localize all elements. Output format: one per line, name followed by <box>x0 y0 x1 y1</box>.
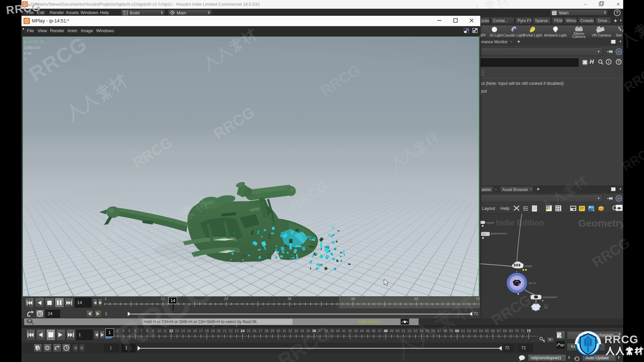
svg-text:61: 61 <box>461 329 465 333</box>
svg-text:39: 39 <box>330 329 334 333</box>
svg-text:65: 65 <box>485 329 489 333</box>
svg-text:48: 48 <box>351 297 355 301</box>
svg-text:20: 20 <box>217 329 221 333</box>
svg-text:49: 49 <box>390 329 394 333</box>
svg-text:52: 52 <box>408 329 412 333</box>
svg-text:37: 37 <box>318 329 322 333</box>
svg-text:29: 29 <box>270 329 274 333</box>
svg-text:47: 47 <box>378 329 382 333</box>
svg-text:71: 71 <box>521 329 525 333</box>
svg-text:53: 53 <box>414 329 418 333</box>
svg-text:41: 41 <box>342 329 346 333</box>
svg-text:57: 57 <box>437 329 441 333</box>
svg-text:24: 24 <box>224 297 228 301</box>
svg-text:10: 10 <box>157 329 161 333</box>
svg-text:44: 44 <box>360 329 364 333</box>
svg-text:63: 63 <box>473 329 477 333</box>
svg-text:14: 14 <box>181 329 185 333</box>
svg-text:35: 35 <box>306 329 310 333</box>
svg-text:12: 12 <box>169 329 173 333</box>
svg-text:19: 19 <box>211 329 215 333</box>
svg-text:59: 59 <box>449 329 453 333</box>
svg-text:46: 46 <box>372 329 376 333</box>
svg-text:26: 26 <box>253 329 257 333</box>
svg-text:36: 36 <box>287 297 291 301</box>
svg-text:30: 30 <box>276 329 280 333</box>
svg-text:autodopnetw1: autodopnetw1 <box>543 296 557 299</box>
svg-text:68: 68 <box>503 329 507 333</box>
svg-text:1: 1 <box>105 297 107 301</box>
svg-text:d01: d01 <box>544 306 548 309</box>
svg-text:56: 56 <box>431 329 435 333</box>
svg-text:34: 34 <box>300 329 304 333</box>
svg-text:62: 62 <box>467 329 471 333</box>
svg-text:18: 18 <box>205 329 209 333</box>
svg-text:+: + <box>593 209 594 212</box>
svg-text:42: 42 <box>348 329 352 333</box>
svg-text:16: 16 <box>193 329 197 333</box>
svg-text:3: 3 <box>116 329 118 333</box>
svg-text:d_1: d_1 <box>544 304 548 306</box>
svg-text:50: 50 <box>395 329 399 333</box>
svg-text:7: 7 <box>140 329 142 333</box>
svg-text:32: 32 <box>288 329 292 333</box>
svg-text:12: 12 <box>161 297 165 301</box>
svg-text:31: 31 <box>282 329 286 333</box>
svg-text:8: 8 <box>146 329 148 333</box>
svg-text:17: 17 <box>199 329 203 333</box>
svg-text:9: 9 <box>152 329 154 333</box>
svg-text:72: 72 <box>527 329 531 333</box>
svg-text:70: 70 <box>515 329 519 333</box>
svg-text:topnet1: topnet1 <box>486 222 494 224</box>
svg-text:45: 45 <box>366 329 370 333</box>
svg-text:48: 48 <box>384 329 388 333</box>
svg-text:15: 15 <box>187 329 191 333</box>
svg-text:13: 13 <box>175 329 179 333</box>
svg-text:4: 4 <box>122 329 124 333</box>
svg-text:51: 51 <box>401 329 406 333</box>
svg-text:24: 24 <box>240 329 245 333</box>
svg-text:64: 64 <box>479 329 483 333</box>
svg-text:28: 28 <box>264 329 268 333</box>
svg-text:72: 72 <box>476 297 480 301</box>
svg-text:11: 11 <box>163 329 167 333</box>
svg-text:merge1: merge1 <box>525 265 533 267</box>
svg-text:23: 23 <box>235 329 239 333</box>
svg-text:60: 60 <box>455 329 459 333</box>
svg-text:38: 38 <box>324 329 328 333</box>
svg-text:33: 33 <box>294 329 298 333</box>
svg-text:25: 25 <box>247 329 251 333</box>
svg-text:27: 27 <box>259 329 263 333</box>
svg-text:66: 66 <box>491 329 495 333</box>
svg-text:58: 58 <box>443 329 447 333</box>
svg-text:girdpiecesnew1: girdpiecesnew1 <box>491 232 507 235</box>
svg-text:21: 21 <box>223 329 227 333</box>
svg-text:22: 22 <box>229 329 233 333</box>
svg-text:60: 60 <box>414 297 418 301</box>
svg-text:5: 5 <box>128 329 130 333</box>
svg-text:54: 54 <box>419 329 423 333</box>
svg-text:36: 36 <box>312 329 316 333</box>
svg-text:rbd_sit: rbd_sit <box>529 282 536 285</box>
svg-text:69: 69 <box>509 329 513 333</box>
svg-text:6: 6 <box>134 329 136 333</box>
svg-text:67: 67 <box>497 329 501 333</box>
svg-text:43: 43 <box>354 329 358 333</box>
svg-text:55: 55 <box>425 329 429 333</box>
svg-text:40: 40 <box>336 329 340 333</box>
